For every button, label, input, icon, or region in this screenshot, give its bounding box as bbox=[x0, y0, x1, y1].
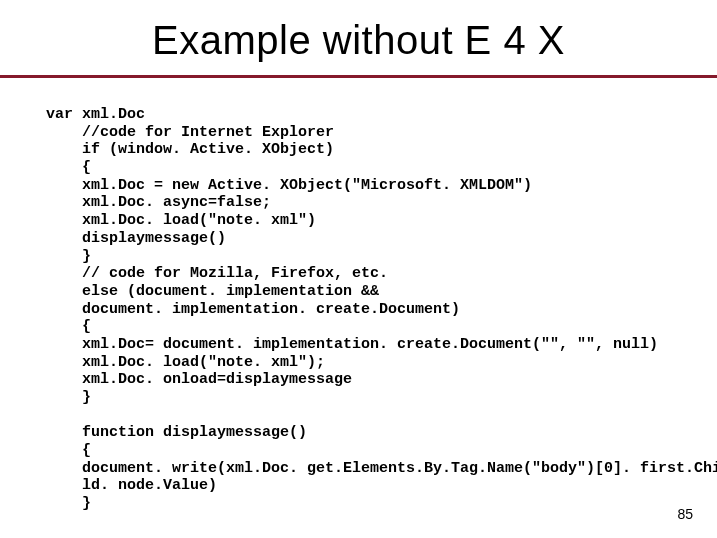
page-number: 85 bbox=[677, 506, 693, 522]
code-line: document. implementation. create.Documen… bbox=[82, 301, 460, 318]
code-first-block: xml.Doc //code for Internet Explorer if … bbox=[82, 106, 717, 513]
code-line: xml.Doc. async=false; bbox=[82, 194, 271, 211]
slide-body: var xml.Doc //code for Internet Explorer… bbox=[0, 78, 717, 513]
code-line: xml.Doc. onload=displaymessage bbox=[82, 371, 352, 388]
code-block: var xml.Doc //code for Internet Explorer… bbox=[46, 106, 693, 513]
code-line: else (document. implementation && bbox=[82, 283, 379, 300]
code-line: } bbox=[82, 248, 91, 265]
code-line: xml.Doc. load("note. xml"); bbox=[82, 354, 325, 371]
code-line: xml.Doc = new Active. XObject("Microsoft… bbox=[82, 177, 532, 194]
code-line: xml.Doc. load("note. xml") bbox=[82, 212, 316, 229]
slide: Example without E 4 X var xml.Doc //code… bbox=[0, 0, 717, 538]
title-area: Example without E 4 X bbox=[0, 0, 717, 69]
code-var-keyword: var bbox=[46, 106, 82, 124]
code-line: //code for Internet Explorer bbox=[82, 124, 334, 141]
code-line: { bbox=[82, 159, 91, 176]
code-line: // code for Mozilla, Firefox, etc. bbox=[82, 265, 388, 282]
code-line: } bbox=[82, 495, 91, 512]
code-line: { bbox=[82, 318, 91, 335]
code-line: xml.Doc bbox=[82, 106, 145, 123]
code-line: if (window. Active. XObject) bbox=[82, 141, 334, 158]
code-line: displaymessage() bbox=[82, 230, 226, 247]
code-line: xml.Doc= document. implementation. creat… bbox=[82, 336, 658, 353]
code-line: function displaymessage() bbox=[82, 424, 307, 441]
code-line: document. write(xml.Doc. get.Elements.By… bbox=[82, 460, 717, 477]
code-line: ld. node.Value) bbox=[82, 477, 217, 494]
code-line: } bbox=[82, 389, 91, 406]
code-line: { bbox=[82, 442, 91, 459]
slide-title: Example without E 4 X bbox=[152, 18, 565, 62]
